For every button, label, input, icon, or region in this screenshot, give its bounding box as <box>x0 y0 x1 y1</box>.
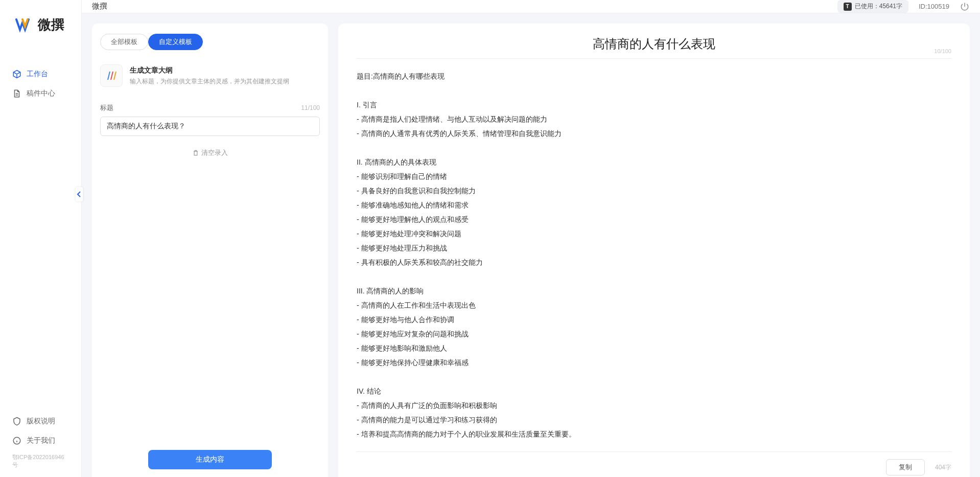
nav-workspace[interactable]: 工作台 <box>0 64 81 84</box>
about-link[interactable]: 关于我们 <box>0 431 81 450</box>
clear-label: 清空录入 <box>201 148 228 157</box>
output-header: 高情商的人有什么表现 10/100 <box>357 36 951 59</box>
chevron-left-icon <box>77 191 82 198</box>
logo-text: 微撰 <box>38 16 64 34</box>
icp-text: 鄂ICP备2022016946号 <box>0 450 81 472</box>
document-icon <box>12 89 21 98</box>
copy-button[interactable]: 复制 <box>886 459 925 475</box>
tab-all-templates[interactable]: 全部模板 <box>100 34 148 50</box>
logo: 微撰 <box>0 0 81 44</box>
nav: 工作台 稿件中心 <box>0 44 81 412</box>
bottom-label: 关于我们 <box>27 436 55 445</box>
collapse-handle[interactable] <box>76 187 83 201</box>
logo-icon <box>15 15 34 34</box>
input-panel: 全部模板 自定义模板 生成文章大纲 输入标题，为你提供文章主体的灵感，并为其创建… <box>92 24 328 477</box>
usage-badge: T 已使用：45641字 <box>837 0 908 13</box>
usage-text: 已使用：45641字 <box>855 2 902 11</box>
nav-label: 工作台 <box>27 70 48 79</box>
sidebar-bottom: 版权说明 关于我们 鄂ICP备2022016946号 <box>0 412 81 477</box>
template-desc: 输入标题，为你提供文章主体的灵感，并为其创建推文提纲 <box>130 77 289 86</box>
main: 微撰 T 已使用：45641字 ID:100519 全部模板 自定义模板 <box>82 0 980 477</box>
title-input[interactable] <box>100 117 320 136</box>
title-label: 标题 <box>100 103 113 112</box>
clear-button[interactable]: 清空录入 <box>100 148 320 157</box>
tab-custom-templates[interactable]: 自定义模板 <box>148 34 203 50</box>
output-panel: 高情商的人有什么表现 10/100 题目:高情商的人有哪些表现 I. 引言 - … <box>338 24 970 477</box>
template-icon <box>100 64 123 87</box>
title-char-count: 11/100 <box>301 104 320 111</box>
cube-icon <box>12 70 21 79</box>
trash-icon <box>192 149 199 156</box>
power-button[interactable] <box>960 2 970 12</box>
output-footer: 复制 404字 <box>357 451 951 475</box>
output-body: 题目:高情商的人有哪些表现 I. 引言 - 高情商是指人们处理情绪、与他人互动以… <box>357 59 951 451</box>
generate-button[interactable]: 生成内容 <box>148 450 272 469</box>
copyright-link[interactable]: 版权说明 <box>0 412 81 431</box>
shield-icon <box>12 417 21 426</box>
template-card: 生成文章大纲 输入标题，为你提供文章主体的灵感，并为其创建推文提纲 <box>92 58 328 93</box>
template-info: 生成文章大纲 输入标题，为你提供文章主体的灵感，并为其创建推文提纲 <box>130 66 289 86</box>
bottom-label: 版权说明 <box>27 417 55 426</box>
content: 全部模板 自定义模板 生成文章大纲 输入标题，为你提供文章主体的灵感，并为其创建… <box>82 13 980 477</box>
top-title: 微撰 <box>92 2 837 11</box>
info-icon <box>12 436 21 445</box>
nav-label: 稿件中心 <box>27 89 55 98</box>
template-tabs: 全部模板 自定义模板 <box>92 34 328 58</box>
sidebar: 微撰 工作台 稿件中心 版权说明 关于我们 鄂ICP备2022016946号 <box>0 0 82 477</box>
power-icon <box>960 2 970 12</box>
output-title: 高情商的人有什么表现 <box>357 36 951 52</box>
form-section: 标题 11/100 清空录入 <box>92 93 328 445</box>
nav-drafts[interactable]: 稿件中心 <box>0 84 81 103</box>
topbar: 微撰 T 已使用：45641字 ID:100519 <box>82 0 980 13</box>
word-count: 404字 <box>935 463 951 472</box>
output-top-count: 10/100 <box>934 48 951 54</box>
template-name: 生成文章大纲 <box>130 66 289 75</box>
text-icon: T <box>844 3 852 11</box>
user-id: ID:100519 <box>919 3 949 10</box>
